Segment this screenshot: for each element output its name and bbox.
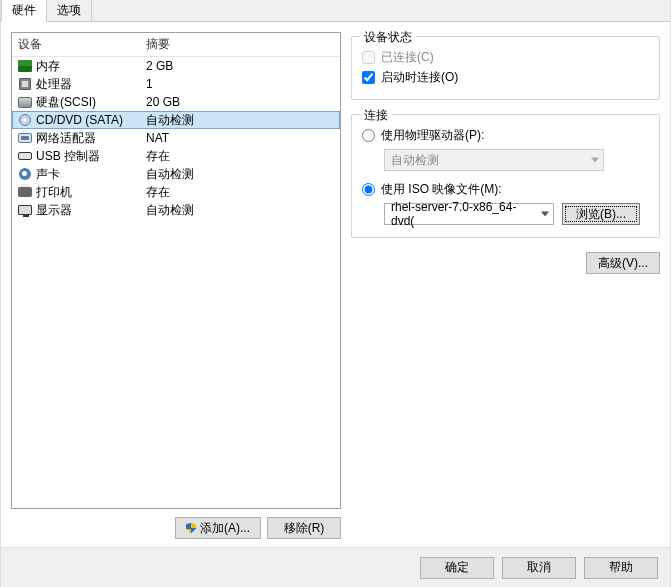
hardware-panel: 设备 摘要 内存2 GB处理器1硬盘(SCSI)20 GBCD/DVD (SAT… [11,32,341,541]
tab-hardware[interactable]: 硬件 [1,0,47,22]
device-label: CD/DVD (SATA) [34,113,142,127]
sound-card-icon [16,168,34,180]
device-summary: 自动检测 [142,166,340,183]
device-summary: 存在 [142,184,340,201]
add-button[interactable]: 添加(A)... [175,517,261,539]
cd-dvd-icon [16,114,34,126]
usb-controller-icon [16,152,34,160]
connect-at-poweron-checkbox[interactable] [362,71,375,84]
use-iso-label: 使用 ISO 映像文件(M): [381,181,502,198]
hardware-row-hard-disk[interactable]: 硬盘(SCSI)20 GB [12,93,340,111]
network-adapter-icon [16,133,34,143]
header-device: 设备 [12,36,142,53]
physical-drive-combo: 自动检测 [384,149,604,171]
display-icon [16,205,34,215]
connected-label: 已连接(C) [381,49,434,66]
device-summary: 自动检测 [142,202,340,219]
cancel-button[interactable]: 取消 [502,557,576,579]
device-summary: 20 GB [142,95,340,109]
device-status-title: 设备状态 [360,29,416,46]
browse-button-label: 浏览(B)... [576,206,626,223]
shield-icon [186,523,196,534]
remove-button-label: 移除(R) [284,520,325,537]
device-label: 打印机 [34,184,142,201]
device-summary: NAT [142,131,340,145]
header-summary: 摘要 [142,36,340,53]
tab-options[interactable]: 选项 [46,0,92,21]
hardware-row-cd-dvd[interactable]: CD/DVD (SATA)自动检测 [12,111,340,129]
browse-button[interactable]: 浏览(B)... [562,203,640,225]
hardware-row-usb-controller[interactable]: USB 控制器存在 [12,147,340,165]
device-summary: 2 GB [142,59,340,73]
hardware-row-display[interactable]: 显示器自动检测 [12,201,340,219]
memory-icon [16,60,34,72]
use-physical-radio[interactable] [362,129,375,142]
hardware-row-printer[interactable]: 打印机存在 [12,183,340,201]
ok-button[interactable]: 确定 [420,557,494,579]
connect-at-poweron-label: 启动时连接(O) [381,69,458,86]
iso-file-combo[interactable]: rhel-server-7.0-x86_64-dvd( [384,203,554,225]
hardware-row-memory[interactable]: 内存2 GB [12,57,340,75]
advanced-button-label: 高级(V)... [598,255,648,272]
device-status-group: 设备状态 已连接(C) 启动时连接(O) [351,36,660,100]
device-label: 显示器 [34,202,142,219]
chevron-down-icon [541,212,549,217]
connected-checkbox [362,51,375,64]
connection-group: 连接 使用物理驱动器(P): 自动检测 使用 ISO 映像文件(M): [351,114,660,238]
tabs-bar: 硬件 选项 [1,0,670,22]
use-iso-radio[interactable] [362,183,375,196]
device-summary: 存在 [142,148,340,165]
device-label: 网络适配器 [34,130,142,147]
device-label: USB 控制器 [34,148,142,165]
cpu-icon [16,78,34,90]
device-summary: 1 [142,77,340,91]
hardware-row-sound-card[interactable]: 声卡自动检测 [12,165,340,183]
settings-panel: 设备状态 已连接(C) 启动时连接(O) 连接 使用物理驱动器(P): [351,32,660,541]
chevron-down-icon [591,158,599,163]
device-label: 处理器 [34,76,142,93]
remove-button[interactable]: 移除(R) [267,517,341,539]
dialog-footer: 确定 取消 帮助 [1,547,670,587]
hardware-list-header: 设备 摘要 [12,33,340,57]
connection-title: 连接 [360,107,392,124]
hardware-row-cpu[interactable]: 处理器1 [12,75,340,93]
help-button[interactable]: 帮助 [584,557,658,579]
device-label: 声卡 [34,166,142,183]
device-label: 硬盘(SCSI) [34,94,142,111]
hard-disk-icon [16,97,34,108]
device-summary: 自动检测 [142,112,340,129]
physical-drive-value: 自动检测 [391,152,439,169]
hardware-row-network-adapter[interactable]: 网络适配器NAT [12,129,340,147]
add-button-label: 添加(A)... [200,520,250,537]
use-physical-label: 使用物理驱动器(P): [381,127,484,144]
hardware-list[interactable]: 设备 摘要 内存2 GB处理器1硬盘(SCSI)20 GBCD/DVD (SAT… [11,32,341,509]
device-label: 内存 [34,58,142,75]
advanced-button[interactable]: 高级(V)... [586,252,660,274]
printer-icon [16,187,34,197]
iso-file-value: rhel-server-7.0-x86_64-dvd( [391,200,533,228]
